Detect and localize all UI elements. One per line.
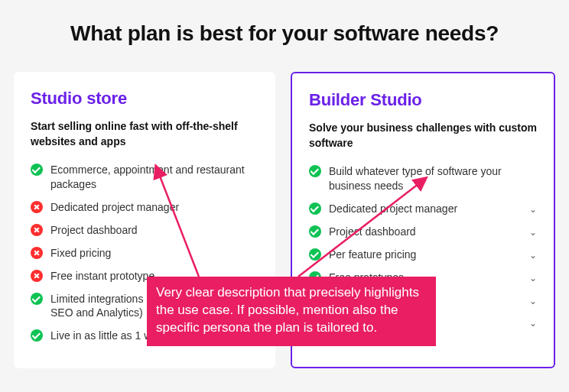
check-icon	[31, 329, 43, 342]
feature-label: Ecommerce, appointment and restaurant pa…	[50, 163, 258, 192]
feature-label: Project dashboard	[50, 223, 258, 238]
feature-item: Project dashboard	[31, 223, 258, 238]
feature-item: Build whatever type of software your bus…	[309, 164, 537, 193]
feature-label: Dedicated project manager	[50, 200, 258, 215]
chevron-down-icon[interactable]: ⌄	[529, 226, 537, 238]
plan-subtitle: Start selling online fast with off-the-s…	[31, 119, 258, 149]
feature-item: Project dashboard ⌄	[309, 225, 537, 239]
feature-item: Dedicated project manager	[31, 200, 258, 215]
feature-item: Ecommerce, appointment and restaurant pa…	[31, 163, 258, 192]
check-icon	[309, 202, 321, 215]
chevron-down-icon[interactable]: ⌄	[529, 272, 537, 284]
check-icon	[309, 248, 321, 261]
page-title: What plan is best for your software need…	[0, 21, 569, 46]
chevron-down-icon[interactable]: ⌄	[529, 295, 537, 307]
chevron-down-icon[interactable]: ⌄	[529, 317, 537, 329]
check-icon	[309, 225, 321, 238]
annotation-text: Very clear description that precisely hi…	[156, 285, 419, 335]
feature-label: Project dashboard	[329, 225, 522, 239]
feature-label: Build whatever type of software your bus…	[329, 164, 537, 193]
check-icon	[31, 293, 43, 305]
chevron-down-icon[interactable]: ⌄	[529, 249, 537, 261]
x-icon	[31, 224, 43, 236]
x-icon	[31, 201, 43, 213]
plan-subtitle: Solve your business challenges with cust…	[309, 121, 537, 151]
x-icon	[31, 247, 43, 259]
plan-title: Studio store	[31, 89, 258, 109]
check-icon	[31, 164, 43, 176]
header: What plan is best for your software need…	[0, 0, 569, 72]
x-icon	[31, 270, 43, 282]
check-icon	[309, 165, 321, 177]
feature-item: Dedicated project manager ⌄	[309, 202, 537, 216]
feature-label: Fixed pricing	[50, 246, 258, 261]
chevron-down-icon[interactable]: ⌄	[529, 203, 537, 215]
feature-label: Dedicated project manager	[329, 202, 522, 216]
feature-item: Per feature pricing ⌄	[309, 248, 537, 262]
plan-title: Builder Studio	[309, 90, 537, 110]
annotation-callout: Very clear description that precisely hi…	[147, 277, 436, 346]
feature-item: Fixed pricing	[31, 246, 258, 261]
feature-label: Per feature pricing	[329, 248, 522, 262]
